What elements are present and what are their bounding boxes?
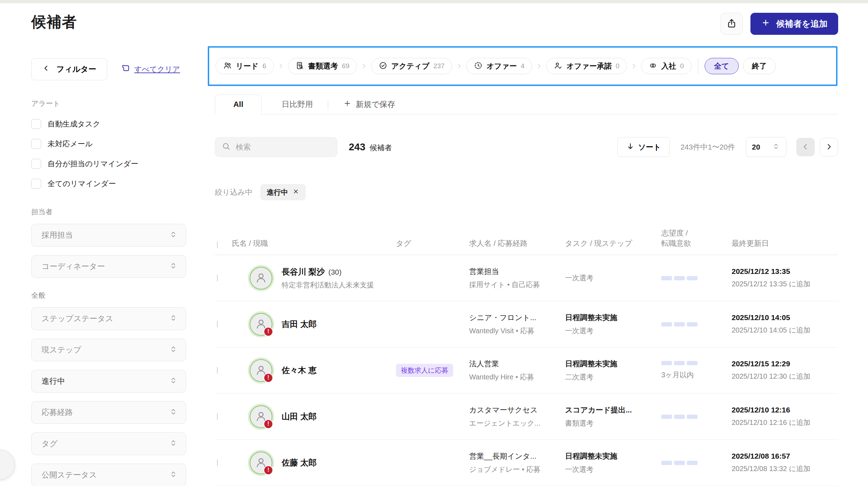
desire-meter [661,415,732,419]
sidebar-alert-option[interactable]: 未対応メール [31,139,186,149]
stage-filter-all[interactable]: 全て [705,58,739,74]
avatar: ! [250,267,272,290]
column-header[interactable]: 氏名 / 現職 [232,238,396,248]
filter-dropdown[interactable]: コーディネーター [31,255,186,278]
export-button[interactable] [721,13,743,35]
row-checkbox[interactable] [217,459,218,466]
check-circle-icon [379,61,387,71]
save-new-view-label: 新規で保存 [356,99,395,110]
list-toolbar: 243 候補者 ソート 243件中1〜20件 20 [215,137,838,157]
next-page-button[interactable] [820,138,838,156]
active-filters-label: 絞り込み中 [215,187,253,197]
sidebar-alert-option[interactable]: 自動生成タスク [31,119,186,129]
alert-badge: ! [264,327,273,336]
filter-dropdown[interactable]: タグ [31,432,186,455]
alert-section-heading: アラート [31,99,186,108]
search-icon [222,142,231,152]
add-candidate-label: 候補者を追加 [776,18,828,29]
search-box[interactable] [215,137,337,157]
candidate-name[interactable]: 長谷川 梨沙 [282,266,325,277]
pipeline-stage-pill[interactable]: オファー 4 [466,58,532,74]
filter-dropdown[interactable]: 進行中 [31,370,186,393]
row-checkbox[interactable] [217,413,218,420]
column-header[interactable]: 最終更新日 [732,238,838,248]
desire-meter [661,461,732,465]
sidebar-alert-option[interactable]: 全てのリマインダー [31,179,186,189]
sort-button[interactable]: ソート [617,137,670,157]
filter-toggle-button[interactable]: フィルター [31,58,107,80]
sidebar-alert-option[interactable]: 自分が担当のリマインダー [31,159,186,169]
application-route: ジョブメドレー • 応募 [469,465,559,474]
active-filter-chip[interactable]: 進行中 [260,184,306,200]
checkbox[interactable] [31,119,41,129]
alert-badge: ! [264,465,273,475]
column-header[interactable]: タグ [396,238,469,248]
search-input[interactable] [236,143,325,151]
pipeline-stage-pill[interactable]: アクティブ 237 [371,58,452,74]
saved-views-tabs: All 日比野用 新規で保存 [215,94,838,114]
checkbox-label: 自分が担当のリマインダー [48,159,138,169]
candidate-name[interactable]: 山田 太郎 [282,411,316,422]
row-checkbox[interactable] [217,367,218,374]
checkbox[interactable] [31,159,41,169]
dropdown-label: 進行中 [42,376,65,387]
pipeline-divider [698,58,698,74]
page-size-stepper[interactable]: 20 [746,137,786,157]
table-row[interactable]: ! 山田 太郎 カスタマーサクセス エージェントエック... スコアカード提出.… [215,394,838,440]
column-header[interactable]: 志望度 / 転職意欲 [661,228,732,248]
previous-page-button[interactable] [796,138,815,156]
assignee-dropdown-list: 採用担当 コーディネーター [31,224,186,278]
candidates-page: 候補者 候補者を追加 フィルター すべてクリア アラート 自動生成タスク 未対 [0,0,868,486]
active-filter-chip-label: 進行中 [267,188,288,197]
checkbox[interactable] [31,179,41,189]
checkbox-label: 全てのリマインダー [48,179,116,189]
tab-saved-view[interactable]: 日比野用 [282,94,313,114]
pipeline-stage-bar: リード 6 書類選考 69 アクティブ 237 オファー 4 オファー承諾 0 … [208,46,837,86]
added-date: 2025/12/12 13:35 に追加 [732,279,832,289]
table-row[interactable]: ! 佐藤 太郎 営業__長期インタ... ジョブメドレー • 応募 日程調整未実… [215,440,838,486]
avatar: ! [250,452,272,474]
application-route: 採用サイト • 自己応募 [469,280,559,290]
pipeline-stage-pill[interactable]: 書類選考 69 [288,58,357,74]
table-row[interactable]: ! 吉田 太郎 シニア・フロント... Wantedly Visit • 応募 … [215,301,838,347]
select-all-checkbox[interactable] [217,242,218,248]
stage-filter-closed[interactable]: 終了 [743,58,776,74]
pipeline-stage-pill[interactable]: オファー承諾 0 [546,58,627,74]
clear-icon [121,64,131,75]
candidate-name[interactable]: 吉田 太郎 [282,319,316,330]
tab-all[interactable]: All [215,94,262,114]
column-header[interactable]: 求人名 / 応募経路 [469,238,565,248]
table-header-row: 氏名 / 現職タグ求人名 / 応募経路タスク / 現ステップ志望度 / 転職意欲… [215,219,838,255]
stage-label: オファー [487,61,517,71]
row-checkbox[interactable] [217,275,218,281]
rings-icon [649,61,657,71]
save-new-view-button[interactable]: 新規で保存 [343,94,395,114]
filter-dropdown[interactable]: 採用担当 [31,224,186,247]
application-route: Wantedly Hire • 応募 [469,372,559,382]
filter-dropdown[interactable]: ステップステータス [31,307,186,330]
arrow-down-icon [626,142,635,152]
pipeline-stage-pill[interactable]: リード 6 [216,58,274,74]
table-row[interactable]: ! 佐々木 恵 複数求人に応募 法人営業 Wantedly Hire • 応募 … [215,347,838,394]
close-icon[interactable] [292,188,299,197]
table-body: ! 長谷川 梨沙 (30) 特定非営利活動法人未来支援 営業担当 採用サイト •… [215,255,838,486]
chevron-updown-icon [772,142,780,152]
table-row[interactable]: ! 長谷川 梨沙 (30) 特定非営利活動法人未来支援 営業担当 採用サイト •… [215,255,838,301]
clear-all-link[interactable]: すべてクリア [121,64,180,75]
filter-dropdown[interactable]: 公開ステータス [31,464,186,486]
stage-label: 書類選考 [308,61,338,71]
stage-label: アクティブ [391,61,429,71]
column-header[interactable]: タスク / 現ステップ [565,238,661,248]
row-checkbox[interactable] [217,321,218,328]
filter-dropdown[interactable]: 現ステップ [31,339,186,361]
candidate-name[interactable]: 佐々木 恵 [282,365,316,376]
stage-count: 4 [521,62,525,70]
last-updated: 2025/12/12 13:35 [732,267,832,276]
pipeline-stage-pill[interactable]: 入社 0 [641,58,691,74]
filter-dropdown[interactable]: 応募経路 [31,401,186,424]
candidate-name[interactable]: 佐藤 太郎 [282,457,316,468]
checkbox[interactable] [31,139,41,149]
current-step: 二次選考 [565,372,656,382]
edge-floating-button[interactable] [0,450,15,480]
add-candidate-button[interactable]: 候補者を追加 [750,13,838,35]
